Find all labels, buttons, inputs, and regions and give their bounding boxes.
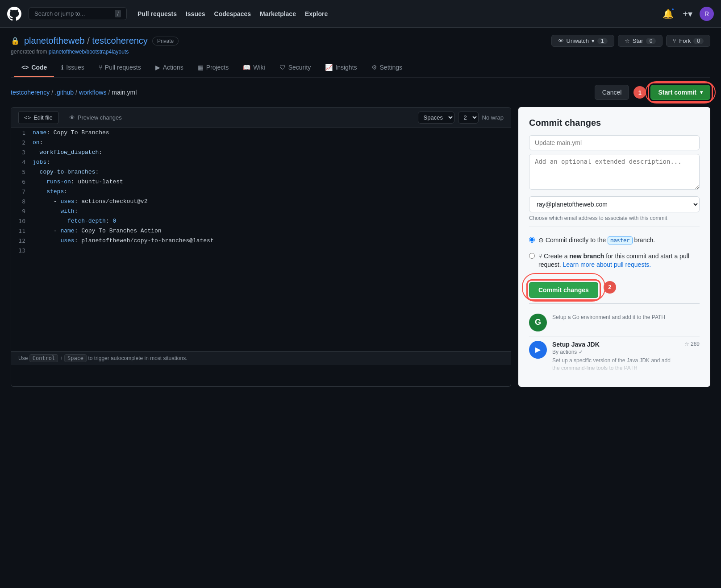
watch-count: 1 [597,38,608,44]
radio-new-bold: new branch [569,253,604,260]
go-info: Setup a Go environment and add it to the… [552,314,665,321]
generated-from-link[interactable]: planetoftheweb/bootstrap4layouts [49,49,129,55]
line-num-1: 1 [11,128,33,138]
file-header-right: Cancel 1 Start commit ▾ [595,85,710,100]
pr-icon: ⑂ [99,64,102,71]
marketplace-item-java: ▶ Setup Java JDK By actions ✓ Set up a s… [529,336,700,377]
tab-pull-requests[interactable]: ⑂ Pull requests [92,58,148,77]
security-icon: 🛡 [279,64,286,71]
nav-codespaces[interactable]: Codespaces [214,10,251,17]
indent-size-select[interactable]: 2 4 [458,112,479,124]
tab-insights[interactable]: 📈 Insights [318,58,364,77]
line-num-4: 4 [11,157,33,167]
star-icon: ☆ [625,37,630,44]
tab-projects-label: Projects [206,64,229,71]
star-count: 0 [646,38,656,44]
start-commit-label: Start commit [658,89,696,96]
nav-pull-requests[interactable]: Pull requests [138,10,177,17]
nav-right: 🔔 +▾ R [661,7,714,21]
tab-issues[interactable]: ℹ Issues [54,58,91,77]
radio-new-branch[interactable] [529,253,535,259]
fork-icon: ⑂ [673,37,676,44]
nav-marketplace[interactable]: Marketplace [260,10,296,17]
marketplace-item-go: G Setup a Go environment and add it to t… [529,309,700,336]
wrap-label: No wrap [482,114,504,121]
branch-badge: master [608,236,632,244]
control-key: Control [29,354,58,362]
footer-text: to trigger autocomplete in most situatio… [88,355,187,361]
radio-direct[interactable] [529,237,535,243]
line-content-6: runs-on: ubuntu-latest [33,177,123,187]
watch-button[interactable]: 👁 Unwatch▾ 1 [551,35,614,47]
repo-owner-link[interactable]: planetoftheweb [24,36,85,46]
cancel-button[interactable]: Cancel [595,85,629,100]
commit-changes-button[interactable]: Commit changes [529,282,598,298]
code-line-3: 3 workflow_dispatch: [11,148,511,157]
radio-new-branch-label[interactable]: ⑂ Create a new branch for this commit an… [538,252,700,269]
line-content-1: name: Copy To Branches [33,128,109,138]
breadcrumb-github[interactable]: .github [55,89,74,96]
line-num-12: 12 [11,236,33,246]
indent-type-select[interactable]: Spaces Tabs [418,112,454,124]
start-commit-button[interactable]: Start commit ▾ [650,85,710,100]
nav-issues[interactable]: Issues [186,10,205,17]
step-1-badge: 1 [633,86,646,99]
star-button[interactable]: ☆ Star 0 [618,35,663,47]
radio-direct-label[interactable]: ⊙ Commit directly to the master branch. [538,236,655,245]
edit-file-tab[interactable]: <> Edit file [18,111,58,124]
private-badge: Private [152,37,179,46]
commit-description-textarea[interactable] [529,154,700,190]
line-content-11: - name: Copy To Branches Action [33,226,162,236]
tab-projects[interactable]: ▦ Projects [191,58,236,77]
repo-name-link[interactable]: testcoherency [92,36,148,46]
commit-summary-input[interactable] [529,135,700,150]
main-content: <> Edit file 👁 Preview changes Spaces Ta… [0,107,721,398]
editor-footer: Use Control + Space to trigger autocompl… [11,351,511,365]
new-item-button[interactable]: +▾ [681,7,694,21]
tab-settings[interactable]: ⚙ Settings [364,58,410,77]
edit-file-label: Edit file [33,114,53,121]
preview-changes-tab[interactable]: 👁 Preview changes [64,112,127,124]
nav-explore[interactable]: Explore [305,10,328,17]
code-line-2: 2 on: [11,138,511,148]
line-num-8: 8 [11,197,33,207]
line-content-12: uses: planetoftheweb/copy-to-branches@la… [33,236,214,246]
space-key: Space [64,354,87,362]
tab-security[interactable]: 🛡 Security [272,58,318,77]
tab-wiki[interactable]: 📖 Wiki [236,58,272,77]
breadcrumb-repo[interactable]: testcoherency [11,89,50,96]
nav-links: Pull requests Issues Codespaces Marketpl… [138,10,328,17]
code-line-10: 10 fetch-depth: 0 [11,216,511,226]
repo-tabs: <> Code ℹ Issues ⑂ Pull requests ▶ Actio… [11,58,710,78]
line-num-10: 10 [11,216,33,226]
breadcrumb-file: main.yml [112,89,137,96]
search-box[interactable]: Search or jump to... / [29,7,127,20]
fork-button[interactable]: ⑂ Fork 0 [666,35,710,47]
notifications-button[interactable]: 🔔 [661,7,675,21]
preview-label: Preview changes [78,114,122,121]
tab-actions-label: Actions [163,64,183,71]
github-logo[interactable] [7,7,21,21]
go-icon: G [529,314,547,331]
repo-title-row: 🔒 planetoftheweb / testcoherency Private… [11,35,710,47]
email-select[interactable]: ray@planetoftheweb.com [529,196,700,212]
breadcrumb-workflows[interactable]: workflows [79,89,106,96]
line-content-4: jobs: [33,157,50,167]
star-label: Star [633,37,643,44]
code-editor[interactable]: 1 name: Copy To Branches 2 on: 3 workflo… [11,128,511,351]
start-commit-wrapper: Start commit ▾ [650,85,710,100]
tab-actions[interactable]: ▶ Actions [148,58,191,77]
learn-more-link[interactable]: Learn more about pull requests. [563,261,651,268]
radio-direct-option: ⊙ Commit directly to the master branch. [529,232,700,248]
avatar[interactable]: R [700,7,714,21]
divider-2 [529,303,700,304]
line-content-2: on: [33,138,43,148]
line-num-11: 11 [11,226,33,236]
notification-dot [671,8,675,11]
java-info: Setup Java JDK By actions ✓ Set up a spe… [552,341,679,372]
commit-bottom-row: Commit changes 2 [529,277,700,298]
search-shortcut: / [115,10,121,17]
tab-code[interactable]: <> Code [14,58,54,77]
tab-issues-label: Issues [66,64,84,71]
repo-full-name: planetoftheweb / testcoherency [24,36,148,46]
